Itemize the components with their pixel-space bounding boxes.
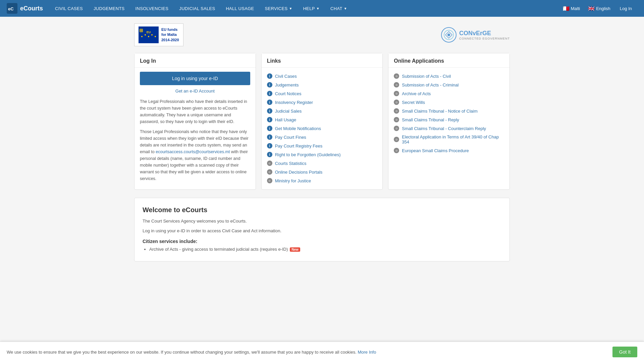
links-item[interactable]: iCourt Notices <box>267 89 377 98</box>
online-apps-title: Online Applications <box>388 53 509 68</box>
nav-judicial-sales[interactable]: JUDICIAL SALES <box>174 0 220 17</box>
links-item[interactable]: iPay Court Fines <box>267 133 377 141</box>
converge-text: CONvErGE <box>459 30 510 37</box>
app-icon: ⊙ <box>394 117 399 122</box>
link-icon: i <box>267 134 272 140</box>
app-label: Small Claims Tribunal - Notice of Claim <box>402 109 477 114</box>
nav-insolvencies[interactable]: INSOLVENCIES <box>130 0 174 17</box>
nav-judgements[interactable]: JUDGEMENTS <box>88 0 130 17</box>
link-label: Online Decisions Portals <box>275 170 323 175</box>
app-item[interactable]: ⊙Submission of Acts - Civil <box>394 72 504 80</box>
link-icon: i <box>267 126 272 131</box>
malta-flag-icon: 🇲🇹 <box>563 5 570 12</box>
app-label: Secret Wills <box>402 100 425 105</box>
converge-subtext: connected eGovernment <box>459 37 510 40</box>
link-icon: ⊙ <box>267 178 272 183</box>
link-label: Court Notices <box>275 91 302 96</box>
link-icon: i <box>267 91 272 96</box>
login-panel-title: Log In <box>135 53 256 68</box>
nav-chat[interactable]: CHAT ▼ <box>325 0 353 17</box>
svg-point-4 <box>141 36 143 37</box>
app-icon: ⊙ <box>394 82 399 87</box>
login-desc-2: Those Legal Professionals who notice tha… <box>140 128 250 182</box>
citizen-services-title: Citizen services include: <box>143 239 501 244</box>
main-content: EU EU funds for Malta 2014-2020 <box>127 17 517 275</box>
links-item[interactable]: iCivil Cases <box>267 72 377 80</box>
link-icon: ⊙ <box>267 169 272 175</box>
three-col-grid: Log In Log in using your e-ID Get an e-I… <box>134 53 510 190</box>
app-icon: ⊙ <box>394 100 399 105</box>
app-item[interactable]: ⊙Archive of Acts <box>394 89 504 98</box>
welcome-title: Welcome to eCourts <box>143 206 501 214</box>
links-item[interactable]: ⊙Ministry for Justice <box>267 176 377 185</box>
links-item[interactable]: iJudgements <box>267 80 377 89</box>
app-item[interactable]: ⊙Secret Wills <box>394 98 504 107</box>
svg-point-7 <box>151 34 153 36</box>
link-icon: i <box>267 82 272 87</box>
link-label: Civil Cases <box>275 74 297 79</box>
app-label: Small Claims Tribunal - Reply <box>402 117 459 122</box>
lang-malti[interactable]: 🇲🇹 Malti <box>559 0 584 17</box>
app-item[interactable]: ⊙Small Claims Tribunal - Notice of Claim <box>394 107 504 115</box>
links-panel: Links iCivil CasesiJudgementsiCourt Noti… <box>261 53 383 190</box>
new-badge: New <box>290 247 300 252</box>
brand-logo[interactable]: eC eCourts <box>7 3 43 14</box>
links-item[interactable]: iGet Mobile Notifications <box>267 124 377 133</box>
citizen-list: Archive of Acts - giving access to termi… <box>143 247 501 252</box>
links-item[interactable]: iPay Court Registry Fees <box>267 141 377 150</box>
nav-help[interactable]: HELP ▼ <box>298 0 325 17</box>
eu-logo-text: EU funds for Malta 2014-2020 <box>161 27 179 43</box>
login-eid-button[interactable]: Log in using your e-ID <box>140 72 250 85</box>
chat-chevron-icon: ▼ <box>344 7 347 10</box>
link-icon: i <box>267 73 272 79</box>
svg-point-8 <box>155 36 156 37</box>
link-icon: i <box>267 152 272 157</box>
svg-point-6 <box>148 36 149 37</box>
get-eid-link[interactable]: Get an e-ID Account <box>140 88 250 94</box>
app-icon: ⊙ <box>394 126 399 131</box>
login-desc-1: The Legal Professionals who have their d… <box>140 98 250 125</box>
links-item[interactable]: iRight to be Forgotten (Guidelines) <box>267 150 377 159</box>
link-label: Get Mobile Notifications <box>275 126 321 131</box>
link-icon: i <box>267 117 272 122</box>
brand-name: eCourts <box>20 5 43 12</box>
app-label: Submission of Acts - Civil <box>402 74 451 79</box>
app-label: European Small Claims Procedure <box>402 148 469 153</box>
app-icon: ⊙ <box>394 148 399 153</box>
app-item[interactable]: ⊙Electoral Application in Terms of Art 3… <box>394 133 504 146</box>
svg-text:eC: eC <box>8 6 14 11</box>
links-item[interactable]: ⊙Online Decisions Portals <box>267 168 377 176</box>
app-icon: ⊙ <box>394 137 399 142</box>
link-label: Pay Court Fines <box>275 135 306 140</box>
app-item[interactable]: ⊙European Small Claims Procedure <box>394 146 504 155</box>
welcome-text-1: The Court Services Agency welcomes you t… <box>143 218 501 225</box>
login-panel-body: Log in using your e-ID Get an e-ID Accou… <box>135 68 256 189</box>
links-item[interactable]: iJudicial Sales <box>267 107 377 115</box>
app-icon: ⊙ <box>394 73 399 79</box>
app-icon: ⊙ <box>394 108 399 114</box>
links-item[interactable]: ⊙Courts Statistics <box>267 159 377 168</box>
uk-flag-icon: 🇬🇧 <box>588 5 595 12</box>
links-panel-title: Links <box>262 53 383 68</box>
app-item[interactable]: ⊙Small Claims Tribunal - Reply <box>394 115 504 124</box>
app-item[interactable]: ⊙Small Claims Tribunal - Counterclaim Re… <box>394 124 504 133</box>
links-item[interactable]: iHall Usage <box>267 115 377 124</box>
help-chevron-icon: ▼ <box>316 7 320 10</box>
links-item[interactable]: iInsolvency Register <box>267 98 377 107</box>
login-link[interactable]: Log In <box>614 0 637 17</box>
nav-hall-usage[interactable]: HALL USAGE <box>220 0 259 17</box>
lang-english[interactable]: 🇬🇧 English <box>584 0 614 17</box>
app-item[interactable]: ⊙Submission of Acts - Criminal <box>394 80 504 89</box>
app-label: Submission of Acts - Criminal <box>402 82 459 87</box>
nav-services[interactable]: SERVICES ▼ <box>260 0 298 17</box>
login-panel: Log In Log in using your e-ID Get an e-I… <box>134 53 256 190</box>
services-chevron-icon: ▼ <box>289 7 292 10</box>
nav-civil-cases[interactable]: CIVIL CASES <box>50 0 88 17</box>
eu-logo: EU EU funds for Malta 2014-2020 <box>134 23 183 46</box>
app-label: Small Claims Tribunal - Counterclaim Rep… <box>402 126 486 131</box>
navbar: eC eCourts CIVIL CASES JUDGEMENTS INSOLV… <box>0 0 644 17</box>
links-panel-body: iCivil CasesiJudgementsiCourt NoticesiIn… <box>262 68 383 189</box>
online-apps-body: ⊙Submission of Acts - Civil⊙Submission o… <box>388 68 509 159</box>
email-link[interactable]: ecourtsaccess.courts@courtservices.mt <box>156 149 230 154</box>
nav-right: 🇲🇹 Malti 🇬🇧 English Log In <box>559 0 637 17</box>
